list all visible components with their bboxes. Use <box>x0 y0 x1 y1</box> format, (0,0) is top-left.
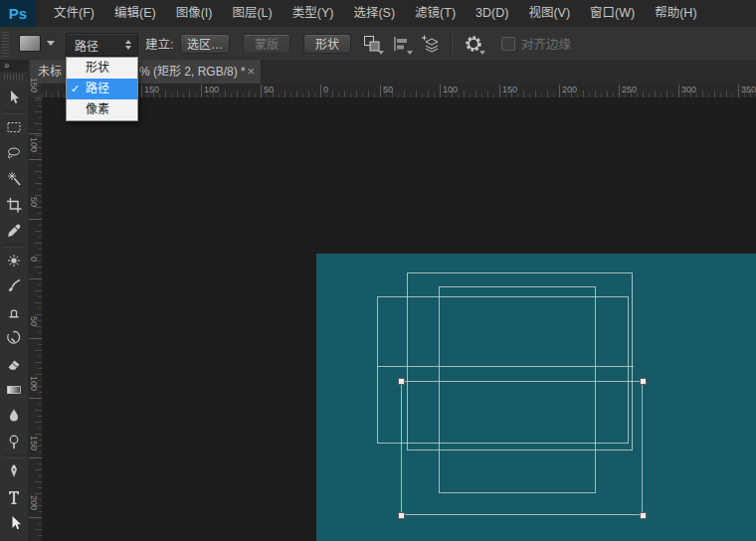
vertical-ruler[interactable]: 15010050050100150200 <box>28 97 43 541</box>
document-title-right: % (矩形 2, RGB/8) * <box>139 60 246 84</box>
align-edges-checkbox <box>501 37 515 51</box>
align-edges-option: 对齐边缘 <box>501 34 571 53</box>
document-tab[interactable]: 未标 % (矩形 2, RGB/8) * × <box>30 60 262 84</box>
clone-stamp-tool[interactable] <box>0 299 28 325</box>
align-edges-label: 对齐边缘 <box>521 34 571 53</box>
options-bar: 路径 建立: 选区…蒙版形状 对齐边缘 <box>0 27 756 61</box>
ruler-label: 0 <box>29 257 39 262</box>
options-separator <box>451 33 453 55</box>
combine-shapes-icon[interactable] <box>362 34 382 54</box>
options-icons <box>362 33 483 55</box>
path-anchor-point[interactable] <box>640 512 647 519</box>
make-shape-button[interactable]: 形状 <box>303 34 351 54</box>
make-buttons: 选区…蒙版形状 <box>180 34 351 54</box>
move-tool[interactable] <box>0 85 28 110</box>
ruler-label: 50 <box>383 85 393 94</box>
tool-mode-dropdown-menu: 形状✓路径像素 <box>66 57 138 121</box>
lasso-icon <box>6 145 22 161</box>
collapse-panel-button[interactable]: » <box>0 60 28 72</box>
menu-item[interactable]: 图层(L) <box>222 0 282 27</box>
brush-tool[interactable] <box>0 273 28 299</box>
pen-icon <box>6 463 22 479</box>
blur-icon <box>6 408 22 424</box>
menu-item[interactable]: 视图(V) <box>518 0 580 27</box>
document-artboard[interactable] <box>316 254 756 541</box>
ruler-label: 0 <box>323 85 328 94</box>
menu-item[interactable]: 文件(F) <box>44 0 104 27</box>
align-icon[interactable] <box>391 34 411 54</box>
clone-stamp-icon <box>6 304 22 320</box>
menu-item[interactable]: 类型(Y) <box>283 0 344 27</box>
crop-icon <box>6 197 22 213</box>
eraser-tool[interactable] <box>0 351 28 377</box>
type-tool[interactable] <box>0 484 28 510</box>
rectangle-tool-preset-icon <box>19 35 41 52</box>
menu-item[interactable]: 滤镜(T) <box>405 0 466 27</box>
ruler-label: 200 <box>29 495 39 510</box>
gradient-icon <box>6 382 22 398</box>
mode-menu-item[interactable]: ✓路径 <box>67 79 137 99</box>
path-selection-icon <box>6 515 22 531</box>
eyedropper-tool[interactable] <box>0 218 28 244</box>
history-brush-tool[interactable] <box>0 325 28 351</box>
spot-healing-brush-tool[interactable] <box>0 248 28 273</box>
selected-rectangle-path[interactable] <box>401 381 643 515</box>
canvas-viewport[interactable] <box>42 97 756 541</box>
arrange-layers-icon[interactable] <box>420 34 440 54</box>
menu-item[interactable]: 选择(S) <box>343 0 405 27</box>
menu-item[interactable]: 图像(I) <box>166 0 223 27</box>
photoshop-logo: Ps <box>0 0 36 27</box>
photoshop-window: Ps 文件(F)编辑(E)图像(I)图层(L)类型(Y)选择(S)滤镜(T)3D… <box>0 0 756 541</box>
make-selection-button[interactable]: 选区… <box>180 34 230 54</box>
menu-item[interactable]: 3D(D) <box>466 0 518 27</box>
mode-menu-item-label: 路径 <box>86 82 109 95</box>
ruler-label: 100 <box>29 137 39 152</box>
ruler-label: 350 <box>741 85 756 94</box>
path-anchor-point[interactable] <box>398 378 405 385</box>
path-segment[interactable] <box>377 366 634 367</box>
ruler-label: 100 <box>29 376 39 391</box>
type-icon <box>6 489 22 505</box>
tool-mode-select[interactable]: 路径 <box>66 33 138 57</box>
tool-preset-picker[interactable] <box>19 35 55 52</box>
blur-tool[interactable] <box>0 403 28 429</box>
ruler-label: 100 <box>204 85 219 94</box>
crop-tool[interactable] <box>0 192 28 218</box>
make-label: 建立: <box>145 34 173 53</box>
ruler-label: 50 <box>29 197 39 207</box>
mode-menu-item[interactable]: 形状 <box>67 58 137 79</box>
options-bar-grip-handle[interactable] <box>2 31 9 57</box>
ruler-label: 50 <box>264 85 274 94</box>
ruler-label: 150 <box>502 85 517 94</box>
menu-items: 文件(F)编辑(E)图像(I)图层(L)类型(Y)选择(S)滤镜(T)3D(D)… <box>36 0 707 27</box>
ruler-label: 250 <box>622 85 637 94</box>
magic-wand-tool[interactable] <box>0 166 28 192</box>
menu-item[interactable]: 编辑(E) <box>104 0 166 27</box>
ruler-label: 300 <box>681 85 696 94</box>
rectangular-marquee-icon <box>6 119 22 135</box>
brush-icon <box>6 278 22 294</box>
menu-bar: Ps 文件(F)编辑(E)图像(I)图层(L)类型(Y)选择(S)滤镜(T)3D… <box>0 0 756 28</box>
make-mask-button: 蒙版 <box>243 34 290 54</box>
close-tab-icon[interactable]: × <box>247 60 255 84</box>
mode-menu-item[interactable]: 像素 <box>67 99 137 120</box>
lasso-tool[interactable] <box>0 140 28 166</box>
tool-panel: » <box>0 60 29 541</box>
path-anchor-point[interactable] <box>398 512 405 519</box>
tool-panel-grip-handle[interactable] <box>4 74 24 81</box>
pen-tool[interactable] <box>0 458 28 484</box>
path-anchor-point[interactable] <box>640 378 647 385</box>
ruler-label: 150 <box>144 85 159 94</box>
spot-healing-brush-icon <box>6 253 22 269</box>
gear-icon[interactable] <box>464 34 483 54</box>
rectangular-marquee-tool[interactable] <box>0 114 28 140</box>
ruler-label: 150 <box>29 78 39 92</box>
path-selection-tool[interactable] <box>0 510 28 536</box>
dodge-tool[interactable] <box>0 429 28 454</box>
menu-item[interactable]: 帮助(H) <box>645 0 706 27</box>
checkmark-icon: ✓ <box>71 79 80 99</box>
horizontal-ruler[interactable]: 15010050050100150200250300350 <box>42 84 756 98</box>
move-icon <box>6 90 22 105</box>
menu-item[interactable]: 窗口(W) <box>580 0 645 27</box>
gradient-tool[interactable] <box>0 377 28 403</box>
